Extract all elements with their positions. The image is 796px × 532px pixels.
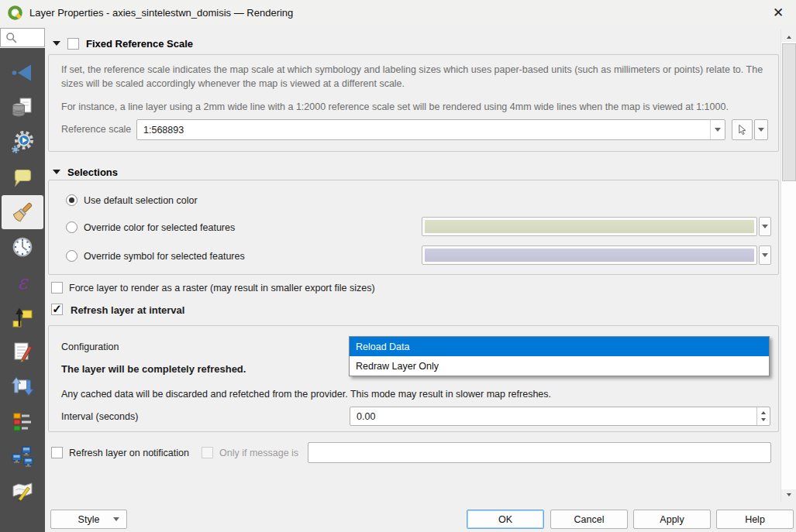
section-title: Selections: [67, 166, 118, 178]
configuration-label: Configuration: [61, 342, 119, 352]
network-computers-icon: [11, 444, 34, 468]
chevron-up-icon: [787, 33, 791, 39]
chevron-down-icon: [762, 253, 768, 260]
tab-metadata[interactable]: [2, 335, 43, 369]
collapse-triangle-icon[interactable]: [53, 41, 60, 50]
source-icon: [11, 96, 34, 119]
clock-icon: [11, 235, 34, 259]
only-if-message-checkbox[interactable]: [202, 447, 213, 458]
configuration-dropdown-list: Reload Data Redraw Layer Only: [349, 336, 770, 376]
section-title: Fixed Reference Scale: [86, 38, 193, 50]
selection-symbol-dropdown-button[interactable]: [759, 245, 771, 265]
title-bar: Layer Properties - axies_sintelestwn_dom…: [0, 0, 796, 25]
legend-items-icon: [11, 410, 34, 433]
information-icon: [11, 61, 34, 84]
interval-seconds-value: 0.00: [350, 407, 756, 425]
spin-up-button[interactable]: [757, 407, 770, 417]
refresh-mode-detail: Any cached data will be discarded and re…: [61, 389, 551, 400]
speech-bubble-icon: [11, 166, 34, 189]
svg-text:ε: ε: [18, 271, 29, 293]
help-button[interactable]: Help: [716, 510, 794, 529]
scrollbar-thumb[interactable]: [782, 43, 796, 181]
refresh-on-notification-label: Refresh layer on notification: [69, 448, 189, 458]
style-button-label: Style: [78, 514, 100, 525]
tab-legend[interactable]: [2, 404, 43, 438]
refresh-on-notification-checkbox[interactable]: [51, 447, 63, 458]
set-scale-from-canvas-button[interactable]: [732, 119, 753, 140]
selection-color-button[interactable]: [422, 217, 757, 236]
refresh-mode-summary: The layer will be completely refreshed.: [61, 363, 246, 375]
scale-options-dropdown-button[interactable]: [754, 119, 768, 140]
selection-symbol-button[interactable]: [422, 245, 757, 265]
notification-message-input[interactable]: [308, 442, 771, 463]
selections-frame: Use default selection color Override col…: [48, 180, 779, 275]
chevron-down-icon: [762, 225, 768, 232]
chevron-down-icon: [715, 128, 721, 135]
arrow-up-boxes-icon: [11, 305, 34, 328]
radio-label: Override symbol for selected features: [84, 251, 245, 262]
properties-tab-bar: ε: [0, 48, 45, 532]
selection-symbol-swatch: [425, 249, 754, 262]
apply-button-label: Apply: [660, 514, 684, 525]
reference-scale-combobox[interactable]: 1:568893: [136, 119, 725, 140]
radio-label: Use default selection color: [84, 195, 198, 206]
tab-source[interactable]: [2, 91, 43, 125]
sidebar-search-input[interactable]: [0, 28, 45, 47]
scroll-up-button[interactable]: [781, 29, 796, 42]
reference-scale-description-1: If set, the reference scale indicates th…: [61, 63, 768, 91]
selection-color-dropdown-button[interactable]: [759, 217, 771, 236]
tab-dependencies[interactable]: [2, 369, 43, 403]
gear-play-icon: [11, 131, 34, 154]
qgis-logo-icon: [8, 5, 22, 20]
chevron-down-icon: [758, 128, 764, 135]
notepad-pencil-icon: [11, 340, 34, 363]
ok-button-label: OK: [498, 514, 512, 525]
cycle-arrows-icon: [11, 375, 34, 398]
search-icon: [5, 31, 18, 44]
tab-information[interactable]: [2, 56, 43, 90]
tab-temporal[interactable]: [2, 230, 43, 264]
tab-variables[interactable]: ε: [2, 265, 43, 299]
tab-display[interactable]: [2, 160, 43, 194]
vertical-scrollbar[interactable]: [780, 29, 796, 502]
interval-seconds-label: Interval (seconds): [61, 411, 138, 422]
force-raster-checkbox[interactable]: [51, 282, 63, 293]
tab-rendering[interactable]: [2, 195, 43, 229]
chevron-up-icon: [761, 409, 766, 414]
use-default-selection-color-radio[interactable]: [66, 194, 78, 206]
scroll-down-button[interactable]: [781, 489, 796, 502]
paintbrush-icon: [10, 200, 35, 225]
map-pencil-icon: [11, 479, 34, 503]
refresh-interval-label: Refresh layer at interval: [71, 304, 184, 316]
cancel-button-label: Cancel: [574, 514, 605, 525]
selection-color-swatch: [425, 220, 754, 233]
spin-down-button[interactable]: [757, 417, 770, 426]
tab-digitizing[interactable]: [2, 474, 43, 508]
dropdown-option-redraw-layer-only[interactable]: Redraw Layer Only: [350, 356, 769, 376]
interval-seconds-spinbox[interactable]: 0.00: [350, 407, 770, 426]
epsilon-icon: ε: [11, 270, 34, 293]
close-icon[interactable]: ✕: [770, 4, 787, 21]
radio-label: Override color for selected features: [84, 222, 235, 233]
collapse-triangle-icon[interactable]: [53, 170, 60, 178]
reference-scale-label: Reference scale: [61, 124, 131, 135]
tab-elevation[interactable]: [2, 300, 43, 334]
tab-qgis-server[interactable]: [2, 439, 43, 473]
refresh-interval-checkbox[interactable]: ✓: [51, 304, 63, 315]
section-fixed-reference-scale-header: Fixed Reference Scale: [53, 36, 193, 50]
override-symbol-radio[interactable]: [66, 250, 78, 262]
reference-scale-value: 1:568893: [137, 125, 710, 136]
chevron-down-icon: [787, 493, 791, 499]
apply-button[interactable]: Apply: [633, 510, 711, 529]
fixed-reference-scale-checkbox[interactable]: [67, 38, 79, 50]
chevron-down-icon: [113, 517, 119, 524]
override-color-radio[interactable]: [66, 221, 78, 233]
style-menu-button[interactable]: Style: [50, 510, 127, 529]
window-title: Layer Properties - axies_sintelestwn_dom…: [29, 7, 293, 19]
cancel-button[interactable]: Cancel: [550, 510, 628, 529]
help-button-label: Help: [745, 514, 765, 525]
reference-scale-description-2: For instance, a line layer using a 2mm w…: [61, 100, 768, 114]
dropdown-option-reload-data[interactable]: Reload Data: [350, 337, 769, 356]
tab-actions[interactable]: [2, 125, 43, 160]
ok-button[interactable]: OK: [467, 510, 544, 529]
